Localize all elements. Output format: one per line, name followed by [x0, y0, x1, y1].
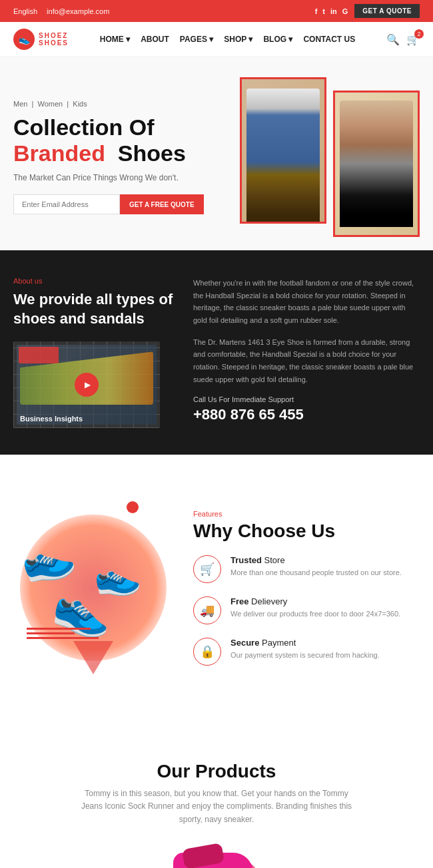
delivery-text: Free Delievery We deliver our products f… [230, 596, 400, 620]
features-title: Why Choose Us [193, 521, 413, 542]
nav-icons: 🔍 🛒 2 [386, 33, 420, 46]
about-phone[interactable]: +880 876 65 455 [193, 406, 420, 423]
main-nav: HOME ▾ ABOUT PAGES ▾ SHOP ▾ BLOG ▾ CONTA… [100, 35, 355, 44]
product-sock-runner[interactable]: Sock Runner 29$ [13, 846, 140, 868]
nav-about[interactable]: ABOUT [141, 35, 169, 44]
nav-contact[interactable]: CONTACT US [303, 35, 355, 44]
hero-images [240, 77, 420, 237]
hero-form: GET A FREE QUOTE [13, 194, 240, 214]
delivery-title: Free Delievery [230, 596, 400, 606]
logo-text: SHOEZ SHOES [39, 32, 69, 47]
products-title: Our Products [13, 761, 420, 782]
about-text-1: Whether you're in with the football fand… [193, 277, 420, 327]
hero-title-line1: Collection Of [13, 114, 155, 140]
about-call-label: Call Us For Immediate Support [193, 395, 420, 403]
twitter-icon[interactable]: t [322, 7, 325, 15]
get-quote-button[interactable]: GET A QUOTE [354, 4, 420, 18]
hero-title-line2: Shoes [118, 140, 186, 166]
payment-title: Secure Payment [230, 638, 380, 648]
red-dot [127, 501, 139, 513]
cart-icon[interactable]: 🛒 2 [406, 33, 420, 46]
top-bar-left: English info@example.com [13, 7, 109, 15]
trusted-icon: 🛒 [193, 555, 221, 583]
payment-icon: 🔒 [193, 638, 221, 666]
hero-title: Collection Of Branded Shoes [13, 114, 240, 166]
email-link[interactable]: info@example.com [47, 7, 109, 15]
product-image-sock-runner [13, 846, 140, 868]
facebook-icon[interactable]: f [315, 7, 318, 15]
products-header: Our Products Tommy is in this season, bu… [13, 761, 420, 826]
about-right: Whether you're in with the football fand… [193, 277, 420, 423]
google-icon[interactable]: G [342, 7, 348, 15]
hero-cta-button[interactable]: GET A FREE QUOTE [120, 194, 204, 214]
feature-delivery: 🚚 Free Delievery We deliver our products… [193, 596, 413, 624]
about-text-2: The Dr. Martens 1461 3 Eye Shoe is forme… [193, 336, 420, 386]
about-section: About us We provide all types of shoes a… [0, 250, 433, 455]
breadcrumb-women[interactable]: Women [38, 100, 63, 108]
about-left: About us We provide all types of shoes a… [13, 277, 173, 428]
linkedin-icon[interactable]: in [330, 7, 337, 15]
features-image: 👟 👟 👟 [0, 481, 187, 708]
features-section: 👟 👟 👟 Features Why Choose Us 🛒 Trusted S… [0, 455, 433, 734]
language-selector[interactable]: English [13, 7, 37, 15]
features-tag: Features [193, 510, 413, 518]
social-links: f t in G [315, 7, 348, 15]
logo[interactable]: 👟 SHOEZ SHOES [13, 29, 69, 50]
payment-text: Secure Payment Our payment system is sec… [230, 638, 380, 661]
nav-shop[interactable]: SHOP ▾ [224, 35, 252, 44]
products-grid: Sock Runner 29$ Sybil court shoe 29$ [13, 846, 420, 868]
payment-desc: Our payment system is secured from hacki… [230, 650, 380, 661]
header: 👟 SHOEZ SHOES HOME ▾ ABOUT PAGES ▾ SHOP … [0, 22, 433, 57]
breadcrumb-kids[interactable]: Kids [73, 100, 87, 108]
hero-image-1 [240, 77, 326, 224]
video-thumbnail[interactable]: Business Insights [13, 341, 160, 428]
about-title: We provide all types of shoes and sandal… [13, 290, 173, 328]
trusted-title: Trusted Store [230, 555, 402, 565]
breadcrumb-men[interactable]: Men [13, 100, 27, 108]
feature-payment: 🔒 Secure Payment Our payment system is s… [193, 638, 413, 666]
hero-title-red: Branded [13, 140, 105, 166]
nav-blog[interactable]: BLOG ▾ [263, 35, 292, 44]
feature-trusted: 🛒 Trusted Store More than one thousand p… [193, 555, 413, 583]
features-right: Features Why Choose Us 🛒 Trusted Store M… [187, 497, 433, 692]
about-tag: About us [13, 277, 173, 285]
hero-section: Men | Women | Kids Collection Of Branded… [0, 57, 433, 250]
top-bar-right: f t in G GET A QUOTE [315, 4, 420, 18]
nav-pages[interactable]: PAGES ▾ [180, 35, 213, 44]
sneaker-graphic: 👟 👟 👟 [7, 495, 180, 694]
hero-content: Men | Women | Kids Collection Of Branded… [13, 100, 240, 214]
product-sybil-court[interactable]: Sybil court shoe 29$ [153, 846, 280, 868]
search-icon[interactable]: 🔍 [386, 33, 400, 46]
delivery-desc: We deliver our products free door to doo… [230, 608, 400, 620]
trusted-text: Trusted Store More than one thousand peo… [230, 555, 402, 578]
top-bar: English info@example.com f t in G GET A … [0, 0, 433, 22]
email-input[interactable] [13, 194, 120, 214]
product-image-basket-leather [293, 846, 420, 868]
play-button[interactable] [75, 373, 99, 397]
hero-image-2 [333, 91, 420, 237]
product-image-sybil-court [153, 846, 280, 868]
hero-subtitle: The Market Can Price Things Wrong We don… [13, 173, 240, 182]
breadcrumb: Men | Women | Kids [13, 100, 240, 108]
nav-home[interactable]: HOME ▾ [100, 35, 130, 44]
product-basket-leather[interactable]: Basket leather 29$ [293, 846, 420, 868]
delivery-icon: 🚚 [193, 596, 221, 624]
cart-badge: 2 [414, 29, 424, 39]
trusted-desc: More than one thousand people trusted on… [230, 567, 402, 578]
video-label: Business Insights [20, 415, 83, 423]
products-section: Our Products Tommy is in this season, bu… [0, 734, 433, 868]
products-desc: Tommy is in this season, but you know th… [77, 787, 356, 826]
logo-icon: 👟 [13, 29, 35, 50]
